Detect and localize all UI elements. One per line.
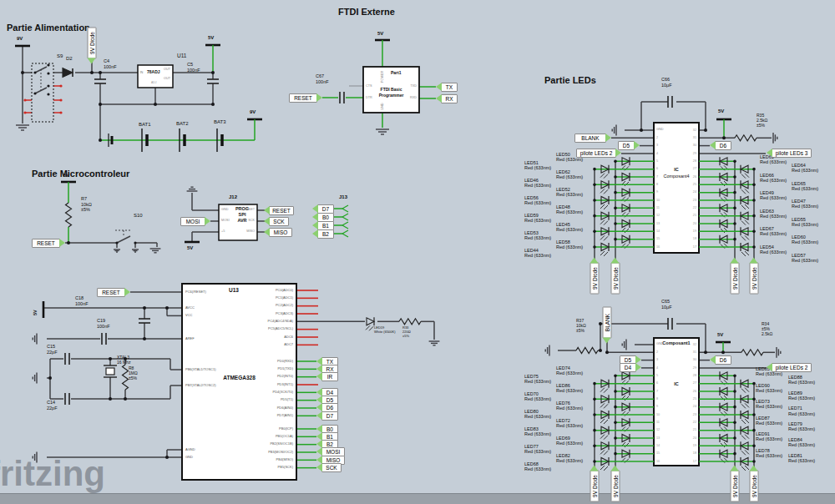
leds-ic_bottom-c65-0: C65 <box>661 300 670 305</box>
leds-pin_numbers_right-15: 17 <box>683 245 696 249</box>
mcu-right_pins_pb-0: PB0(ICP) <box>214 427 293 431</box>
mcu-left_pins-2: VCC <box>185 314 192 317</box>
leds-pin_numbers_right-10: 22 <box>683 421 696 424</box>
flag-leds-ic_bottom-flag_blank[interactable]: BLANK <box>603 306 612 338</box>
leds-led_color_label: Red (633nm) <box>524 166 551 171</box>
leds-led_color_label: Red (633nm) <box>788 412 815 417</box>
flag-leds-flag_9v_diode[interactable]: 9V Diode <box>611 470 620 501</box>
flag-micro-j13-flags-1[interactable]: B0 <box>317 213 334 222</box>
flag-leds-ic_top-flag_pilote2[interactable]: pilote LEDs 2 <box>576 149 616 158</box>
leds-pin_numbers_right-8: 24 <box>683 190 696 194</box>
leds-led_color_label: Red (633nm) <box>756 372 782 377</box>
leds-pin_numbers_right-2: 30 <box>683 144 696 147</box>
leds-ic_bottom-gnd: GND <box>656 342 663 345</box>
leds-pin_numbers_left-10: 12 <box>656 428 660 431</box>
leds-led_color_label: Red (633nm) <box>788 381 815 386</box>
schematic-labels: Partie AlimentationFTDI ExternePartie Mi… <box>0 0 835 504</box>
flag-leds-flag_9v_diode[interactable]: 9V Diode <box>750 470 759 501</box>
leds-pin_numbers_right-13: 19 <box>683 229 696 233</box>
leds-pin_numbers_right-1: 31 <box>683 350 696 354</box>
leds-led_color_label: Red (633nm) <box>792 259 818 264</box>
micro-j12-right_pins-0: RESET <box>233 208 255 211</box>
leds-pin_numbers_right-5: 27 <box>683 167 696 170</box>
titles-alimentation: Partie Alimentation <box>7 23 90 33</box>
power-reg-pin_in: IN <box>140 71 144 74</box>
leds-led_color_label: Red (633nm) <box>556 459 583 464</box>
ftdi-pins-cts: CTS <box>366 84 372 88</box>
flag-leds-ic_top-flag_d6[interactable]: D6 <box>715 141 731 150</box>
micro-j12-rail_5v: 5V <box>187 245 193 250</box>
mcu-c14-1: 22pF <box>47 406 58 411</box>
ftdi-pins-gnd: GND <box>381 103 384 110</box>
micro-j13-label: J13 <box>339 194 347 199</box>
flag-leds-ic_bottom-flag_d6[interactable]: D6 <box>715 355 731 365</box>
leds-led_color_label: Red (633nm) <box>524 450 551 455</box>
flag-micro-j12-flag_mosi[interactable]: MOSI <box>180 217 205 226</box>
flag-leds-flag_9v_diode[interactable]: 9V Diode <box>611 262 620 294</box>
leds-pin_numbers_left-8: 10 <box>656 413 660 416</box>
leds-pin_numbers_right-14: 18 <box>683 451 696 455</box>
flag-mcu-flag_reset[interactable]: RESET <box>97 288 125 297</box>
micro-j12-left_pins-0: GND <box>221 208 228 211</box>
leds-led_color_label: Red (633nm) <box>556 228 583 233</box>
ftdi-pins-txd: TXD <box>400 84 417 88</box>
mcu-left_pins-5: PB7(XTAL2/TOSC2) <box>185 384 216 387</box>
leds-pin_numbers_right-9: 23 <box>683 199 696 202</box>
mcu-c18-1: 100nF <box>75 302 89 307</box>
flag-leds-flag_9v_diode[interactable]: 9V Diode <box>750 262 759 294</box>
leds-pin_numbers_left-11: 13 <box>656 436 660 440</box>
micro-rail_5v: 5V <box>63 173 69 178</box>
flag-micro-j13-flags-3[interactable]: B2 <box>317 229 334 239</box>
flag-mcu-flags-2[interactable]: IR <box>321 372 338 381</box>
leds-pin_numbers_left-5: 7 <box>656 390 658 393</box>
flag-leds-flag_9v_diode[interactable]: 9V Diode <box>731 262 740 294</box>
flag-micro-j12-flags_right-2[interactable]: MISO <box>269 228 292 237</box>
leds-led_color_label: Red (633nm) <box>756 454 782 459</box>
mcu-right_pins_adc-3: PC3(ADC3) <box>214 312 293 315</box>
flag-leds-flag_9v_diode[interactable]: 9V Diode <box>731 470 740 501</box>
flag-ftdi-flag_tx[interactable]: TX <box>441 83 458 92</box>
mcu-xtal-1: 16 Mhz <box>117 360 130 365</box>
leds-led_color_label: Red (633nm) <box>788 459 815 464</box>
flag-mcu-flags-6[interactable]: D7 <box>321 411 338 421</box>
flag-micro-j13-flags-2[interactable]: B1 <box>317 221 334 230</box>
flag-ftdi-flag_reset[interactable]: RESET <box>289 93 317 103</box>
mcu-left_pins-7: GND <box>185 456 193 459</box>
leds-ic_top-rail_5v: 5V <box>718 108 724 113</box>
mcu-right_pins_pd-4: PD4(XCK/T0) <box>214 391 293 394</box>
mcu-right_pins_adc-6: ADC6 <box>214 335 293 339</box>
power-rail_9v_left: 9V <box>17 36 23 41</box>
schematic-canvas[interactable]: fritzing Partie AlimentationFTDI Externe… <box>0 0 835 504</box>
leds-pin_numbers_right-15: 17 <box>683 460 696 463</box>
mcu-right_pins_pd-1: PD1(TXD) <box>214 367 293 370</box>
leds-pin_numbers_right-7: 25 <box>683 397 696 401</box>
flag-leds-flag_9v_diode[interactable]: 9V Diode <box>590 470 600 501</box>
leds-led_color_label: Red (633nm) <box>556 175 583 180</box>
mcu-right_pins_pd-5: PD5(T1) <box>214 398 293 401</box>
flag-leds-ic_bottom-flag_d4[interactable]: D4 <box>620 363 636 372</box>
flag-micro-j13-flags-0[interactable]: D7 <box>317 204 334 214</box>
flag-leds-ic_top-flag_blank[interactable]: BLANK <box>574 134 606 143</box>
mcu-right_pins_pb-2: PB2(SS/OC1B) <box>214 442 293 446</box>
flag-ftdi-flag_rx[interactable]: RX <box>441 94 458 103</box>
flag-micro-flag_reset[interactable]: RESET <box>32 239 60 248</box>
ftdi-pins-rxd: RXD <box>400 96 417 99</box>
mcu-right_pins_pb-1: PB1(OC1A) <box>214 435 293 438</box>
leds-ic_top-c66-1: 10μF <box>661 83 672 88</box>
flag-leds-ic_bottom-flag_pilote2[interactable]: pilote LEDs 2 <box>772 363 812 372</box>
leds-ic_top-r35-2: ±5% <box>757 123 765 128</box>
micro-j12-title-1: SPI <box>231 213 253 218</box>
flag-micro-j12-flags_right-0[interactable]: RESET <box>269 206 294 215</box>
leds-pin_numbers_left-1: 3 <box>656 358 658 361</box>
flag-leds-ic_top-flag_pilote3[interactable]: pilote LEDs 3 <box>772 149 812 158</box>
flag-micro-j12-flags_right-1[interactable]: SCK <box>269 217 289 226</box>
flag-leds-flag_9v_diode[interactable]: 9V Diode <box>590 262 600 294</box>
micro-r7-2: ±5% <box>81 208 90 213</box>
leds-pin_numbers_right-2: 30 <box>683 358 696 361</box>
leds-pin_numbers_left-5: 7 <box>656 175 658 179</box>
flag-mcu-flags-12[interactable]: SCK <box>321 463 342 472</box>
ftdi-part1: Part1 <box>391 71 402 75</box>
leds-pin_numbers_right-7: 25 <box>683 183 696 186</box>
flag-power-flag_9v_diode[interactable]: 9V Diode <box>88 27 97 58</box>
leds-ic_bottom-rail_5v: 5V <box>717 332 723 337</box>
